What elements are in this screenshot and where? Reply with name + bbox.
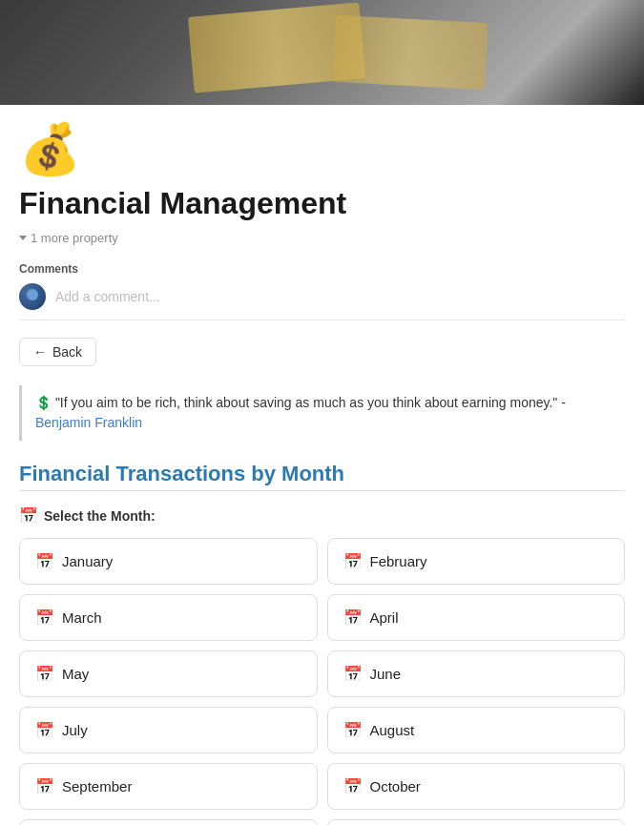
month-button-june[interactable]: 📅June: [327, 650, 626, 697]
back-arrow-icon: ←: [33, 344, 47, 360]
month-label: February: [370, 553, 427, 569]
comments-section: Comments Add a comment...: [19, 262, 625, 320]
comment-input[interactable]: Add a comment...: [55, 289, 625, 304]
months-grid: 📅January📅February📅March📅April📅May📅June📅J…: [19, 538, 625, 825]
month-button-december[interactable]: 📅December: [327, 819, 626, 825]
quote-text: "If you aim to be rich, think about savi…: [55, 395, 566, 410]
month-button-november[interactable]: 📅November: [19, 819, 318, 825]
comment-divider: [19, 320, 625, 320]
month-label: March: [62, 609, 102, 626]
month-button-august[interactable]: 📅August: [327, 707, 626, 753]
back-button-label: Back: [52, 344, 82, 360]
calendar-icon: 📅: [35, 608, 54, 627]
calendar-icon: 📅: [35, 665, 54, 683]
more-property-toggle[interactable]: 1 more property: [19, 231, 625, 245]
month-label: May: [62, 666, 89, 682]
quote-emoji: 💲: [35, 395, 52, 410]
quote-block: 💲 "If you aim to be rich, think about sa…: [19, 385, 625, 441]
month-button-february[interactable]: 📅February: [327, 538, 626, 585]
month-label: August: [370, 722, 415, 738]
chevron-down-icon: [19, 236, 27, 240]
month-button-may[interactable]: 📅May: [19, 650, 318, 697]
calendar-icon: 📅: [35, 777, 54, 795]
back-button[interactable]: ← Back: [19, 338, 96, 366]
month-button-july[interactable]: 📅July: [19, 707, 318, 753]
month-button-september[interactable]: 📅September: [19, 763, 318, 810]
calendar-icon: 📅: [35, 552, 54, 570]
page-title: Financial Management: [19, 186, 625, 221]
month-button-january[interactable]: 📅January: [19, 538, 318, 585]
calendar-icon: 📅: [343, 777, 363, 795]
month-button-october[interactable]: 📅October: [327, 763, 626, 810]
select-month-label: 📅 Select the Month:: [19, 506, 625, 525]
section-divider: [19, 490, 625, 491]
select-month-text: Select the Month:: [44, 508, 156, 524]
avatar: [19, 283, 46, 310]
calendar-icon: 📅: [343, 608, 363, 627]
section-title: Financial Transactions by Month: [19, 462, 625, 486]
calendar-icon: 📅: [343, 552, 363, 570]
month-label: January: [62, 553, 113, 569]
calendar-icon: 📅: [343, 665, 363, 683]
money-bag-icon: 💰: [19, 120, 625, 178]
month-label: September: [62, 778, 132, 794]
month-label: July: [62, 722, 88, 738]
hero-image: [0, 0, 644, 105]
more-property-label: 1 more property: [31, 231, 118, 245]
comments-label: Comments: [19, 262, 625, 276]
month-label: October: [370, 778, 421, 794]
month-button-march[interactable]: 📅March: [19, 594, 318, 641]
calendar-icon: 📅: [35, 721, 54, 739]
month-label: April: [370, 609, 399, 626]
calendar-icon: 📅: [343, 721, 363, 739]
quote-author: Benjamin Franklin: [35, 415, 142, 430]
calendar-select-icon: 📅: [19, 506, 38, 525]
month-label: June: [370, 666, 402, 682]
month-button-april[interactable]: 📅April: [327, 594, 626, 641]
